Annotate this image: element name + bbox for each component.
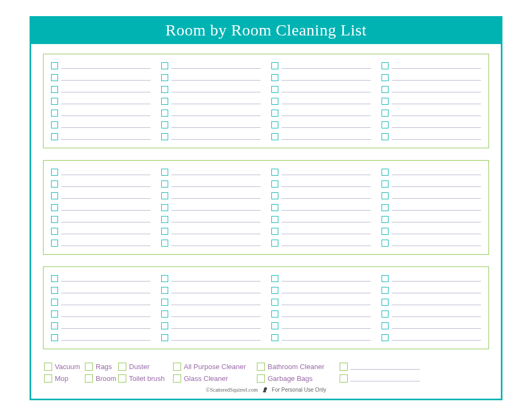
write-line[interactable]	[350, 376, 420, 381]
write-line[interactable]	[61, 63, 150, 69]
write-line[interactable]	[171, 323, 261, 329]
checkbox[interactable]	[382, 98, 389, 105]
checkbox[interactable]	[161, 311, 168, 318]
checkbox[interactable]	[161, 169, 168, 176]
write-line[interactable]	[171, 98, 261, 104]
write-line[interactable]	[392, 63, 481, 69]
checkbox[interactable]	[161, 74, 168, 81]
checkbox[interactable]	[271, 98, 278, 105]
checkbox[interactable]	[51, 181, 58, 188]
checkbox[interactable]	[382, 86, 389, 93]
checkbox[interactable]	[51, 133, 58, 140]
write-line[interactable]	[392, 122, 481, 128]
supply-checkbox[interactable]	[340, 363, 348, 371]
write-line[interactable]	[392, 311, 481, 317]
write-line[interactable]	[392, 240, 481, 246]
checkbox[interactable]	[161, 287, 168, 294]
checkbox[interactable]	[382, 204, 389, 211]
write-line[interactable]	[171, 205, 261, 211]
checkbox[interactable]	[382, 192, 389, 199]
checkbox[interactable]	[271, 228, 278, 235]
write-line[interactable]	[282, 181, 371, 187]
write-line[interactable]	[392, 134, 481, 140]
checkbox[interactable]	[271, 110, 278, 117]
write-line[interactable]	[282, 323, 371, 329]
checkbox[interactable]	[382, 62, 389, 69]
supply-checkbox[interactable]	[118, 374, 126, 383]
checkbox[interactable]	[161, 228, 168, 235]
checkbox[interactable]	[271, 169, 278, 176]
write-line[interactable]	[282, 169, 371, 175]
write-line[interactable]	[61, 228, 150, 234]
checkbox[interactable]	[161, 133, 168, 140]
checkbox[interactable]	[51, 169, 58, 176]
write-line[interactable]	[282, 217, 371, 222]
write-line[interactable]	[61, 217, 150, 222]
checkbox[interactable]	[382, 110, 389, 117]
checkbox[interactable]	[382, 334, 389, 341]
checkbox[interactable]	[271, 181, 278, 188]
write-line[interactable]	[171, 228, 261, 234]
write-line[interactable]	[392, 276, 481, 282]
write-line[interactable]	[61, 335, 150, 341]
checkbox[interactable]	[161, 110, 168, 117]
checkbox[interactable]	[382, 322, 389, 329]
write-line[interactable]	[171, 287, 261, 293]
write-line[interactable]	[282, 122, 371, 128]
checkbox[interactable]	[271, 86, 278, 93]
write-line[interactable]	[171, 240, 261, 246]
write-line[interactable]	[61, 86, 150, 92]
checkbox[interactable]	[382, 133, 389, 140]
write-line[interactable]	[171, 311, 261, 317]
checkbox[interactable]	[51, 216, 58, 223]
supply-checkbox[interactable]	[118, 363, 126, 371]
write-line[interactable]	[171, 181, 261, 187]
write-line[interactable]	[392, 335, 481, 341]
write-line[interactable]	[61, 193, 150, 199]
write-line[interactable]	[282, 287, 371, 293]
write-line[interactable]	[392, 181, 481, 187]
checkbox[interactable]	[51, 86, 58, 93]
checkbox[interactable]	[382, 74, 389, 81]
write-line[interactable]	[282, 228, 371, 234]
checkbox[interactable]	[51, 322, 58, 329]
write-line[interactable]	[171, 122, 261, 128]
checkbox[interactable]	[271, 62, 278, 69]
checkbox[interactable]	[271, 240, 278, 247]
write-line[interactable]	[282, 276, 371, 282]
checkbox[interactable]	[271, 299, 278, 306]
write-line[interactable]	[392, 86, 481, 92]
supply-checkbox[interactable]	[85, 363, 93, 371]
supply-checkbox[interactable]	[173, 363, 181, 371]
write-line[interactable]	[350, 364, 420, 370]
checkbox[interactable]	[382, 275, 389, 282]
write-line[interactable]	[392, 75, 481, 81]
write-line[interactable]	[171, 276, 261, 282]
checkbox[interactable]	[161, 322, 168, 329]
checkbox[interactable]	[51, 240, 58, 247]
checkbox[interactable]	[271, 334, 278, 341]
checkbox[interactable]	[271, 216, 278, 223]
checkbox[interactable]	[382, 121, 389, 128]
checkbox[interactable]	[382, 169, 389, 176]
write-line[interactable]	[61, 287, 150, 293]
write-line[interactable]	[61, 122, 150, 128]
checkbox[interactable]	[382, 287, 389, 294]
write-line[interactable]	[392, 323, 481, 329]
write-line[interactable]	[61, 134, 150, 140]
write-line[interactable]	[282, 63, 371, 69]
write-line[interactable]	[61, 205, 150, 211]
checkbox[interactable]	[161, 98, 168, 105]
checkbox[interactable]	[161, 240, 168, 247]
checkbox[interactable]	[271, 287, 278, 294]
checkbox[interactable]	[51, 334, 58, 341]
write-line[interactable]	[61, 75, 150, 81]
write-line[interactable]	[392, 299, 481, 305]
write-line[interactable]	[171, 299, 261, 305]
supply-checkbox[interactable]	[44, 363, 52, 371]
checkbox[interactable]	[51, 62, 58, 69]
checkbox[interactable]	[161, 86, 168, 93]
write-line[interactable]	[282, 86, 371, 92]
checkbox[interactable]	[51, 311, 58, 318]
write-line[interactable]	[61, 323, 150, 329]
